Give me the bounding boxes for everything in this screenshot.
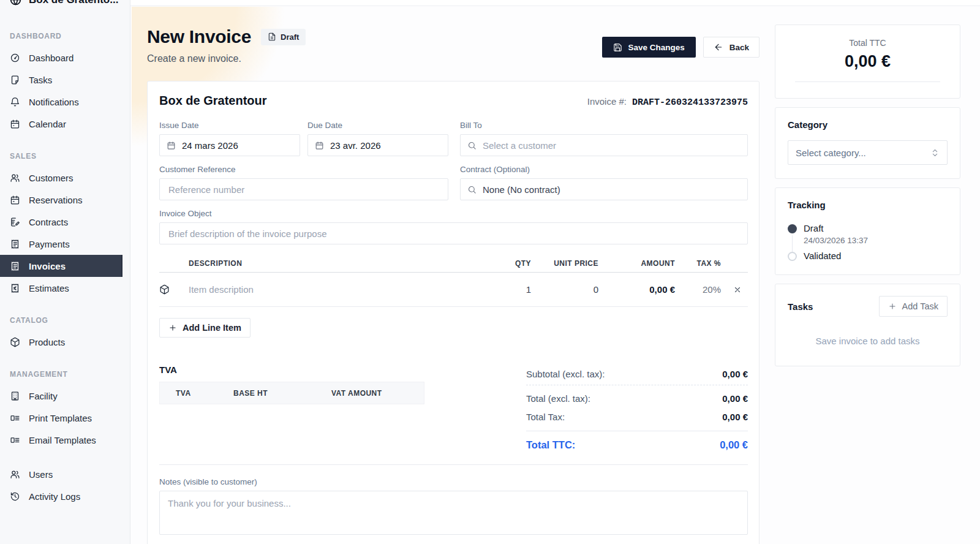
nav-divider-gap xyxy=(0,451,130,463)
plus-icon xyxy=(888,302,897,311)
users-icon xyxy=(10,469,20,480)
add-task-button[interactable]: Add Task xyxy=(879,296,948,317)
invoice-editor-column: New Invoice Draft Create a new invoice. … xyxy=(147,6,760,544)
sidebar-item-label: Tasks xyxy=(29,75,52,85)
sidebar-item-email-templates[interactable]: Email Templates xyxy=(0,429,130,451)
save-changes-button[interactable]: Save Changes xyxy=(602,37,695,58)
subtotal-value: 0,00 € xyxy=(722,369,748,379)
tracking-step-label: Draft xyxy=(804,223,948,233)
total-excl-label: Total (excl. tax): xyxy=(526,393,590,404)
gauge-icon xyxy=(10,53,20,63)
calendar-icon xyxy=(10,119,20,129)
subtotal-label: Subtotal (excl. tax): xyxy=(526,369,605,379)
page-subtitle: Create a new invoice. xyxy=(147,53,306,64)
sidebar-item-label: Customers xyxy=(29,173,74,183)
item-unit-price-input[interactable] xyxy=(531,284,598,295)
sidebar-item-facility[interactable]: Facility xyxy=(0,385,130,407)
section-divider xyxy=(159,464,748,465)
due-date-field[interactable] xyxy=(307,134,448,156)
item-description-input[interactable] xyxy=(189,284,472,295)
back-button[interactable]: Back xyxy=(703,37,760,58)
sidebar-item-label: Calendar xyxy=(29,119,66,129)
sidebar-item-contracts[interactable]: Contracts xyxy=(0,211,130,233)
sidebar-item-users[interactable]: Users xyxy=(0,463,130,485)
sidebar-item-label: Reservations xyxy=(29,195,83,205)
save-changes-label: Save Changes xyxy=(628,43,684,52)
add-task-label: Add Task xyxy=(902,301,938,311)
sidebar-item-label: Dashboard xyxy=(29,53,74,63)
total-ttc-label: Total TTC: xyxy=(526,439,575,451)
line-item-row: 0,00 € 20% xyxy=(159,273,748,307)
invoice-form-card: Box de Gratentour Invoice #: DRAFT-26032… xyxy=(147,81,760,544)
arrow-left-icon xyxy=(714,42,723,52)
due-date-input[interactable] xyxy=(324,135,448,156)
sidebar-item-calendar[interactable]: Calendar xyxy=(0,113,130,135)
tracking-step-timestamp: 24/03/2026 13:37 xyxy=(804,236,948,245)
bill-to-label: Bill To xyxy=(460,121,748,130)
invoice-object-field[interactable] xyxy=(159,222,748,244)
sidebar-item-label: Email Templates xyxy=(29,435,96,445)
sidebar-item-products[interactable]: Products xyxy=(0,331,130,353)
sidebar-item-payments[interactable]: Payments xyxy=(0,233,130,255)
bill-to-input[interactable] xyxy=(477,135,747,156)
app-logo[interactable]: Box de Gratento... xyxy=(0,0,130,6)
category-select[interactable]: Select category... xyxy=(788,140,948,165)
category-card: Category Select category... xyxy=(775,107,960,179)
tva-col-tva: TVA xyxy=(160,389,233,398)
sidebar-item-tasks[interactable]: Tasks xyxy=(0,69,130,91)
contract-input[interactable] xyxy=(477,179,747,200)
invoice-object-label: Invoice Object xyxy=(159,209,748,218)
subtotal-row: Subtotal (excl. tax): 0,00 € xyxy=(526,365,748,383)
search-icon xyxy=(467,185,477,194)
sidebar-item-dashboard[interactable]: Dashboard xyxy=(0,47,130,69)
side-panel: Total TTC 0,00 € Category Select categor… xyxy=(775,25,960,544)
invoice-number: DRAFT-260324133723975 xyxy=(632,97,748,108)
tracking-step-draft: Draft 24/03/2026 13:37 xyxy=(788,223,948,245)
file-icon xyxy=(268,32,276,41)
sidebar-item-label: Notifications xyxy=(29,97,79,107)
item-qty-input[interactable] xyxy=(487,284,531,295)
sidebar-item-reservations[interactable]: Reservations xyxy=(0,189,130,211)
calendar-icon xyxy=(315,141,324,150)
step-pending-dot xyxy=(788,252,797,261)
sidebar-item-customers[interactable]: Customers xyxy=(0,167,130,189)
sidebar-item-estimates[interactable]: Estimates xyxy=(0,277,130,299)
sidebar-item-label: Print Templates xyxy=(29,413,92,423)
sidebar-item-invoices[interactable]: Invoices xyxy=(0,255,123,277)
line-items-table: DESCRIPTION QTY UNIT PRICE AMOUNT TAX % xyxy=(159,254,748,307)
contract-field[interactable] xyxy=(460,178,748,200)
add-line-item-button[interactable]: Add Line Item xyxy=(159,318,251,338)
users-icon xyxy=(10,173,20,183)
issue-date-input[interactable] xyxy=(176,135,300,156)
col-qty: QTY xyxy=(487,259,531,268)
bill-to-field[interactable] xyxy=(460,134,748,156)
totals-divider xyxy=(526,385,748,385)
issue-date-field[interactable] xyxy=(159,134,300,156)
invoice-number-label: Invoice #: xyxy=(587,96,627,107)
remove-line-item-button[interactable] xyxy=(731,283,744,297)
app-logo-label: Box de Gratento... xyxy=(29,0,118,6)
item-tax[interactable]: 20% xyxy=(675,284,721,295)
customer-reference-field[interactable] xyxy=(159,178,448,200)
invoice-object-input[interactable] xyxy=(160,223,747,244)
page-header: New Invoice Draft Create a new invoice. … xyxy=(147,26,760,64)
tasks-empty-message: Save invoice to add tasks xyxy=(788,336,948,346)
notes-textarea[interactable] xyxy=(159,491,748,535)
tva-summary: TVA TVA BASE HT VAT AMOUNT xyxy=(159,365,424,458)
col-amount: AMOUNT xyxy=(598,259,675,268)
tracking-card: Tracking Draft 24/03/2026 13:37 Validate… xyxy=(775,187,960,275)
sidebar-item-notifications[interactable]: Notifications xyxy=(0,91,130,113)
history-icon xyxy=(10,491,20,502)
sidebar-item-label: Facility xyxy=(29,391,58,401)
chevrons-up-down-icon xyxy=(930,148,940,157)
globe-icon xyxy=(9,0,22,6)
main-content: New Invoice Draft Create a new invoice. … xyxy=(130,0,980,544)
sidebar-item-activity-logs[interactable]: Activity Logs xyxy=(0,485,130,507)
sidebar-item-print-templates[interactable]: Print Templates xyxy=(0,407,130,429)
tva-title: TVA xyxy=(159,365,424,375)
total-tax-label: Total Tax: xyxy=(526,412,565,422)
col-description: DESCRIPTION xyxy=(189,259,487,268)
customer-reference-input[interactable] xyxy=(160,179,448,200)
col-unit-price: UNIT PRICE xyxy=(531,259,598,268)
tva-table-header: TVA BASE HT VAT AMOUNT xyxy=(159,382,424,404)
